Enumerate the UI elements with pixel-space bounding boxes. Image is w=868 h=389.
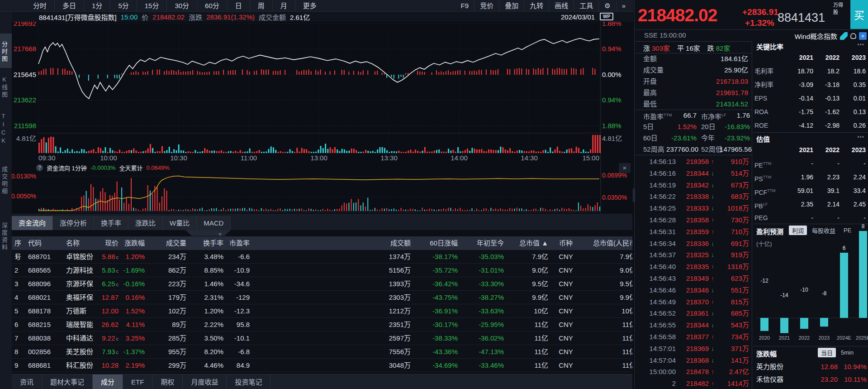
wp-monitor-icon[interactable]: WP [600, 13, 613, 20]
tick-price: 218342 [676, 179, 709, 191]
stat-52周低: 52周低147965.56 [701, 144, 750, 155]
tick-time: 14:56:52 [641, 307, 676, 319]
table-row[interactable]: 5688178万德斯12.001.52%102万1.20%-12.31212万-… [12, 304, 632, 318]
add-icon[interactable]: + [859, 32, 867, 40]
cell-amt: 5156万 [251, 264, 412, 278]
tab-题材大事记[interactable]: 题材大事记 [42, 375, 93, 389]
tick-time: 14:56:28 [641, 214, 676, 226]
help-icon[interactable]: ? [36, 164, 43, 171]
buy-button[interactable]: 买 [850, 0, 868, 29]
intraday-chart[interactable]: 2196922176682156452136222115984.81亿1.88%… [12, 22, 632, 162]
menu-item-月[interactable]: 月 [272, 0, 295, 12]
more-icon[interactable]: ••• [857, 134, 864, 140]
mover-price: 23.20 [821, 373, 838, 386]
cell-turn: 3.48% [187, 250, 224, 264]
tab-资讯[interactable]: 资讯 [12, 375, 42, 389]
cell-ytd: -33.30% [459, 277, 505, 291]
sidebar-item-TICK[interactable]: TICK [0, 106, 12, 149]
table-row[interactable]: 8002856美芝股份7.93c-1.37%955万8.20%-6.87556万… [12, 345, 632, 359]
tick-arrow-down: ↓ [709, 179, 716, 191]
amount-value: 2.61亿 [290, 12, 310, 22]
bell-icon[interactable] [850, 33, 856, 39]
tab-投资笔记[interactable]: 投资笔记 [227, 375, 270, 389]
tab-MACD[interactable]: MACD [197, 216, 231, 230]
table-row[interactable]: 7688038中科通达9.22c3.25%285万3.50%-10.12597万… [12, 331, 632, 345]
tick-price: 218358 [676, 156, 709, 167]
table-row[interactable]: 9688681科汇股份10.282.19%299万4.46%84.93048万-… [12, 359, 632, 372]
sidebar-item-分时图[interactable]: 分时图 [0, 34, 12, 68]
menu-item-多日[interactable]: 多日 [54, 0, 84, 12]
table-row[interactable]: 2688565力源科技5.83c-1.69%862万8.85%-10.95156… [12, 264, 632, 277]
tick-price: 218333 [676, 202, 709, 214]
x-axis-label: 14:00 [451, 154, 468, 162]
menu-item-叠加[interactable]: 叠加 [499, 0, 524, 12]
tab-5min[interactable]: 5min [838, 349, 857, 356]
cell-vol: 299万 [146, 359, 187, 372]
close-icon[interactable]: × [619, 163, 631, 173]
right-axis-label: 1.88% [602, 122, 621, 130]
ratio-row-ROA: ROA-1.75-1.620.13 [754, 105, 867, 119]
menu-item-15分[interactable]: 15分 [137, 0, 167, 12]
cell-no: 8 [12, 345, 25, 359]
sidebar-item-成交明细[interactable]: 成交明细 [0, 153, 12, 206]
cell-d60: -43.36% [412, 345, 459, 359]
ratio-row-PE: PETTM--- [754, 157, 867, 170]
tab-月度收益[interactable]: 月度收益 [183, 375, 227, 389]
table-row[interactable]: 6688215瑞晟智能26.624.11%89万2.22%95.82351万-3… [12, 318, 632, 331]
tick-time: 14:56:40 [641, 261, 676, 272]
stat-5日: 5日1.52% [643, 121, 697, 132]
tick-amount: 673万 [716, 179, 749, 191]
tick-time: 15:00:00 [641, 366, 676, 377]
cell-pe: -10.1 [224, 331, 251, 346]
table-row[interactable]: 3688096京源环保6.25c-0.16%223万1.46%-34.61393… [12, 277, 632, 291]
menu-item-5分[interactable]: 5分 [110, 0, 136, 12]
menu-item-分时[interactable]: 分时 [25, 0, 54, 12]
menu-item-更多[interactable]: 更多 [295, 0, 324, 12]
table-row[interactable]: 4688021奥福环保12.870.16%179万2.31%-1292303万-… [12, 291, 632, 304]
tick-time: 14:57:04 [641, 355, 676, 366]
chevron-down-icon[interactable]: » [185, 230, 231, 236]
tab-涨停分析[interactable]: 涨停分析 [53, 216, 94, 230]
tab-ETF[interactable]: ETF [123, 375, 152, 389]
menu-item-九转[interactable]: 九转 [524, 0, 549, 12]
more-icon[interactable]: ••• [857, 42, 864, 48]
menu-item-日[interactable]: 日 [227, 0, 250, 12]
tick-price: 218344 [676, 319, 709, 331]
mover-row[interactable]: 禾信仪器23.2010.11% [756, 373, 867, 386]
ratio-label: ROA [754, 105, 788, 119]
menu-item-1分[interactable]: 1分 [84, 0, 110, 12]
tab-资金流向[interactable]: 资金流向 [12, 216, 53, 230]
tab-期权[interactable]: 期权 [152, 375, 183, 389]
tick-arrow-up: ↑ [709, 261, 716, 272]
cell-cur: CNY [549, 331, 583, 346]
tick-time: 14:56:58 [641, 331, 676, 342]
menu-item-画线[interactable]: 画线 [549, 0, 574, 12]
menu-item-30分[interactable]: 30分 [166, 0, 197, 12]
cell-d60: -35.72% [412, 264, 459, 278]
cell-no: 1 [12, 250, 25, 264]
cell-pct: -1.69% [119, 264, 146, 278]
ratio-row-净利率: 净利率-3.09-3.180.35 [754, 78, 867, 91]
ratio-period: TTM [767, 188, 776, 193]
tab-涨跌比[interactable]: 涨跌比 [128, 216, 163, 230]
sidebar-item-K线图[interactable]: K线图 [0, 70, 12, 102]
tab-成分[interactable]: 成分 [93, 375, 123, 389]
menu-item-周[interactable]: 周 [250, 0, 272, 12]
menu-item-竞价[interactable]: 竞价 [474, 0, 499, 12]
change-label: 涨跌 [189, 12, 202, 22]
sidebar-item-深度资料[interactable]: 深度资料 [0, 209, 12, 262]
overflow-menu-icon[interactable]: » [616, 0, 631, 12]
menu-item-F9[interactable]: F9 [455, 0, 474, 12]
gear-icon[interactable]: ⚙ [598, 0, 616, 12]
edit-icon[interactable] [840, 32, 848, 40]
tab-W量比[interactable]: W量比 [163, 216, 197, 230]
table-row[interactable]: 1688701卓锦股份5.88c1.20%234万3.48%-6.61374万-… [12, 250, 632, 264]
menu-item-工具[interactable]: 工具 [574, 0, 598, 12]
menu-item-60分[interactable]: 60分 [197, 0, 227, 12]
big-change: +2836.91 [742, 7, 778, 17]
tab-当日[interactable]: 当日 [818, 348, 836, 357]
stat-value: -23.61% [671, 132, 697, 144]
tab-换手率[interactable]: 换手率 [94, 216, 128, 230]
price-flag: c [116, 255, 119, 260]
mover-row[interactable]: 英力股份12.6810.94% [756, 360, 867, 373]
